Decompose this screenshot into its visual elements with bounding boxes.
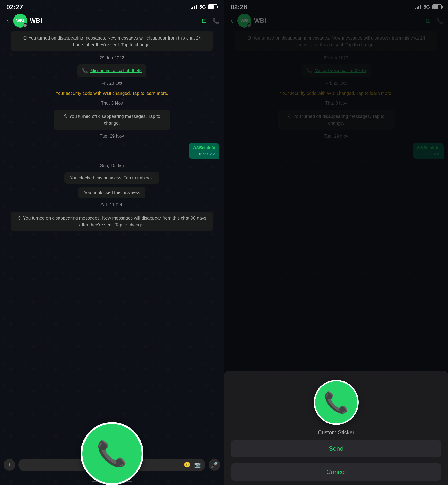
mic-icon-left: 🎤	[211, 461, 218, 468]
date-sep-4-left: Tue, 29 Nov	[5, 134, 219, 139]
avatar-left[interactable]: WBI	[13, 14, 27, 28]
video-icon-left[interactable]: ⊡	[202, 17, 207, 24]
action-sheet-content: 📞 Custom Sticker Send Cancel	[224, 371, 448, 485]
sticker-phone-icon-left: 📞	[96, 439, 127, 468]
right-panel: 02:28 5G 49 ‹ WBI WBI ⊡ �	[224, 0, 448, 485]
date-sep-6-left: Sat, 11 Feb	[5, 202, 219, 208]
date-sep-2-left: Fri, 28 Oct	[5, 81, 219, 86]
sticker-preview: 📞	[314, 380, 359, 425]
sticker-circle-left: 📞	[80, 422, 144, 485]
avatar-badge-left	[23, 23, 27, 28]
missed-call-left[interactable]: 📞 Missed voice call at 00:45	[77, 65, 146, 77]
mic-button-left[interactable]: 🎤	[208, 459, 220, 471]
status-bar-left: 02:27 5G 49	[0, 0, 224, 13]
action-sheet: 📞 Custom Sticker Send Cancel	[224, 371, 448, 485]
cancel-button[interactable]: Cancel	[231, 463, 441, 480]
msg-time-left: 01:33	[199, 152, 208, 156]
security-notice-left[interactable]: Your security code with WBI changed. Tap…	[16, 90, 208, 97]
sticker-overlay-left: 📞	[80, 422, 144, 485]
date-sep-5-left: Sun, 15 Jan	[5, 163, 219, 168]
missed-call-icon-left: 📞	[82, 68, 88, 73]
sticker-preview-phone-icon: 📞	[324, 391, 349, 414]
nav-bar-left: ‹ WBI WBI ⊡ 📞	[0, 13, 224, 29]
back-button-left[interactable]: ‹	[5, 16, 11, 26]
signal-icon-left	[191, 5, 197, 9]
missed-call-text-left: Missed voice call at 00:45	[90, 68, 142, 73]
status-right-left: 5G 49	[191, 4, 217, 10]
block-notice-2-left[interactable]: You unblocked this business	[78, 187, 146, 198]
sys-event-1-left[interactable]: ⏱ You turned off disappearing messages. …	[54, 110, 170, 129]
battery-left: 49	[208, 5, 217, 9]
call-icon-left[interactable]: 📞	[212, 17, 219, 24]
plus-button-left[interactable]: +	[4, 459, 15, 471]
msg-tick-left: ✓✓	[209, 152, 215, 156]
sent-msg-container-left: WABetaInfo 01:33 ✓✓	[5, 143, 219, 159]
sticker-label: Custom Sticker	[318, 429, 354, 436]
disappearing-notif-2-left[interactable]: ⏱ You turned on disappearing messages. N…	[11, 211, 213, 231]
msg-meta-left: 01:33 ✓✓	[199, 152, 215, 156]
msg-sender-left: WABetaInfo	[192, 146, 215, 150]
contact-name-left[interactable]: WBI	[30, 17, 199, 24]
chat-area-left: ⏱ You turned on disappearing messages. N…	[0, 29, 224, 234]
date-sep-1-left: 29 Jun 2022	[5, 55, 219, 60]
camera-icon-left[interactable]: 📷	[194, 462, 201, 468]
date-sep-3-left: Thu, 3 Nov	[5, 101, 219, 106]
block-notice-1-left[interactable]: You blocked this business. Tap to unbloc…	[64, 172, 159, 184]
time-left: 02:27	[6, 3, 23, 11]
disappearing-notif-left[interactable]: ⏱ You turned on disappearing messages. N…	[11, 32, 213, 51]
network-left: 5G	[199, 4, 206, 10]
sticker-icon-left[interactable]: 🙂	[184, 462, 191, 468]
left-panel: 02:27 5G 49 ‹ WBI WBI ⊡ �	[0, 0, 224, 485]
send-button[interactable]: Send	[231, 440, 441, 457]
msg-bubble-left[interactable]: WABetaInfo 01:33 ✓✓	[189, 143, 219, 159]
nav-icons-left: ⊡ 📞	[202, 17, 219, 24]
